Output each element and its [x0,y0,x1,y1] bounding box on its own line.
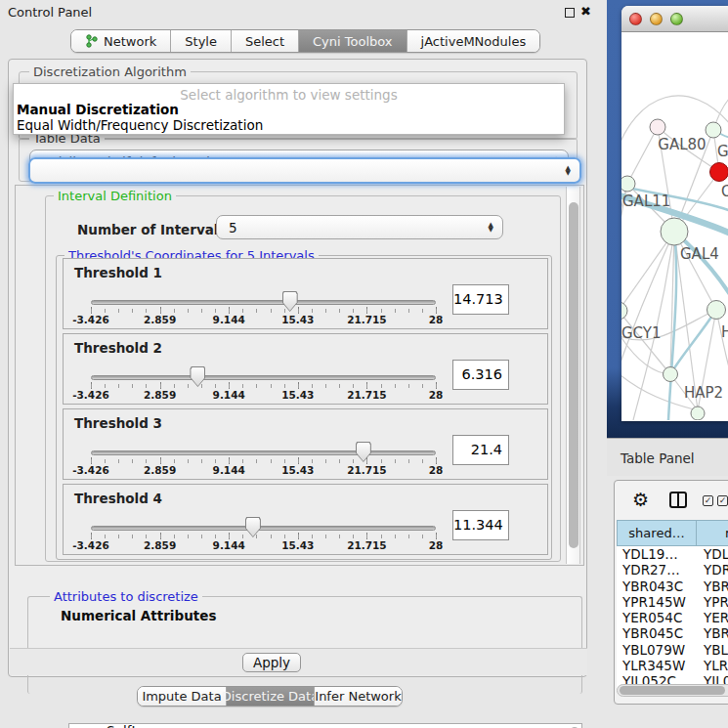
settings-scrollbar-thumb[interactable] [569,202,578,548]
threshold-value-field[interactable]: 6.316 [452,360,509,390]
tab-discretize-data[interactable]: Discretize Data [226,687,314,706]
node-right-low[interactable] [707,301,726,320]
tick-label: 2.859 [144,314,176,325]
network-view-window: GAL80 GA C GAL11 GAL4 GCY1 H HAP2 [621,6,728,421]
table-row[interactable]: YER054CYER0 [617,610,728,625]
tick-label: 15.43 [281,389,314,401]
number-of-intervals-combobox[interactable]: 5 ▲▼ [216,215,503,239]
tab-infer-network[interactable]: Infer Network [314,687,402,706]
threshold-slider-track[interactable] [91,526,436,531]
table-hscrollbar-thumb[interactable] [620,686,725,695]
node-label-gal80: GAL80 [658,136,706,153]
tick-label: 28 [429,539,444,551]
threshold-slider-track[interactable] [91,375,436,380]
threshold-row: Threshold 4 -3.426 2.859 9.144 15.43 21.… [63,484,548,555]
combo-arrows-icon: ▲▼ [489,223,493,233]
tab-impute-data[interactable]: Impute Data [138,687,226,706]
node-hap2[interactable] [664,367,678,382]
column-header-shared-name[interactable]: shared… [617,520,697,546]
attributes-group-label: Attributes to discretize [50,589,202,604]
node-gcy1[interactable] [621,302,627,320]
network-desktop: GAL80 GA C GAL11 GAL4 GCY1 H HAP2 [607,0,728,438]
threshold-value-field[interactable]: 21.4 [452,435,509,465]
threshold-row: Threshold 1 -3.426 2.859 9.144 15.43 21.… [63,258,548,329]
threshold-slider-track[interactable] [91,300,436,305]
numerical-attributes-list[interactable]: SelfLoops TopologicalCoefficient Between… [68,723,582,728]
settings-scrollbar-track[interactable] [566,187,580,564]
zoom-traffic-light-icon[interactable] [670,13,683,25]
algorithm-combobox[interactable]: ▲▼ [28,157,581,184]
tick-label: 2.859 [144,539,176,551]
threshold-label: Threshold 4 [74,491,162,506]
slider-minor-ticks [91,309,437,313]
column-header-name[interactable]: name [697,520,728,546]
control-panel-titlebar: Control Panel ✖ [0,0,607,25]
table-panel-title: Table Panel [621,450,695,466]
tick-label: 2.859 [144,464,176,476]
tick-label: 28 [429,314,444,325]
tab-select[interactable]: Select [231,30,298,52]
algorithm-option-equal-width[interactable]: Equal Width/Frequency Discretization [14,118,564,134]
table-row[interactable]: YPR145WYPR1 [617,594,728,610]
threshold-slider-track[interactable] [91,450,436,455]
table-row[interactable]: YDR27…YDR2 [617,562,728,578]
node-gal4[interactable] [661,218,688,245]
slider-minor-ticks [91,459,437,463]
minimize-traffic-light-icon[interactable] [650,13,663,25]
table-row[interactable]: YLR345WYLR3 [617,658,728,673]
table-header-row: shared… name [617,520,728,546]
tick-label: 21.715 [347,539,387,551]
checkbox-icon[interactable]: ✓ [703,495,713,506]
table-row[interactable]: YBL079WYBL0 [617,642,728,658]
settings-scroll-region: Interval Definition Number of Intervals … [15,185,584,566]
node-label-gal11: GAL11 [622,193,670,210]
apply-button[interactable]: Apply [242,653,301,672]
table-row[interactable]: YDL19…YDL1 [617,546,728,562]
tick-label: -3.426 [72,314,109,325]
tick-label: 2.859 [144,389,176,401]
cyni-toolbox-panel: Discretization Algorithm ▲▼ Select algor… [8,59,587,677]
table-row[interactable]: YBR045CYBR0 [617,625,728,641]
list-item[interactable]: SelfLoops [69,724,581,728]
close-icon[interactable]: ✖ [580,4,591,19]
network-window-titlebar[interactable] [621,6,728,32]
control-panel-tab-bar: Network Style Select Cyni Toolbox jActiv… [70,29,540,53]
node-label-hap2: HAP2 [684,384,723,402]
table-hscrollbar-track[interactable] [617,684,728,697]
table-panel-titlebar: Table Panel [607,438,728,476]
node-bottom[interactable] [691,407,705,420]
numerical-attributes-label: Numerical Attributes [61,608,216,623]
network-tab-icon [85,34,98,48]
tab-network[interactable]: Network [71,30,170,52]
algorithm-dropdown-popup: Select algorithm to view settings Manual… [13,83,565,135]
node-right-top[interactable] [706,122,721,138]
node-label-right-top: GA [717,143,728,160]
tab-cyni-toolbox[interactable]: Cyni Toolbox [298,30,407,52]
checkbox-icon[interactable]: ✓ [717,495,728,506]
threshold-value-field[interactable]: 11.344 [452,510,509,540]
threshold-label: Threshold 3 [74,415,162,431]
network-canvas[interactable]: GAL80 GA C GAL11 GAL4 GCY1 H HAP2 [621,32,728,420]
table-row[interactable]: YBR043CYBR0 [617,578,728,594]
tab-style[interactable]: Style [170,30,231,52]
tick-label: 15.43 [281,464,314,476]
tab-jactivemnodules[interactable]: jActiveMNodules [407,30,540,52]
tick-label: -3.426 [72,539,109,551]
tick-label: -3.426 [72,464,109,476]
apply-strip: Apply [10,648,587,675]
node-gal11[interactable] [621,176,635,192]
node-gal80[interactable] [650,119,665,135]
number-of-intervals-label: Number of Intervals [77,222,226,237]
tick-label: 28 [429,464,444,476]
node-selected-red[interactable] [710,163,728,182]
gear-icon[interactable]: ⚙ [632,491,649,509]
column-layout-icon[interactable] [669,492,687,508]
tick-label: 9.144 [213,389,245,401]
threshold-value-field[interactable]: 14.713 [452,284,509,315]
tick-label: 15.43 [281,314,314,325]
float-window-icon[interactable] [565,8,575,18]
threshold-row: Threshold 2 -3.426 2.859 9.144 15.43 21.… [63,333,548,405]
algorithm-option-manual[interactable]: Manual Discretization [14,103,564,118]
threshold-label: Threshold 2 [74,340,162,356]
close-traffic-light-icon[interactable] [629,13,642,25]
